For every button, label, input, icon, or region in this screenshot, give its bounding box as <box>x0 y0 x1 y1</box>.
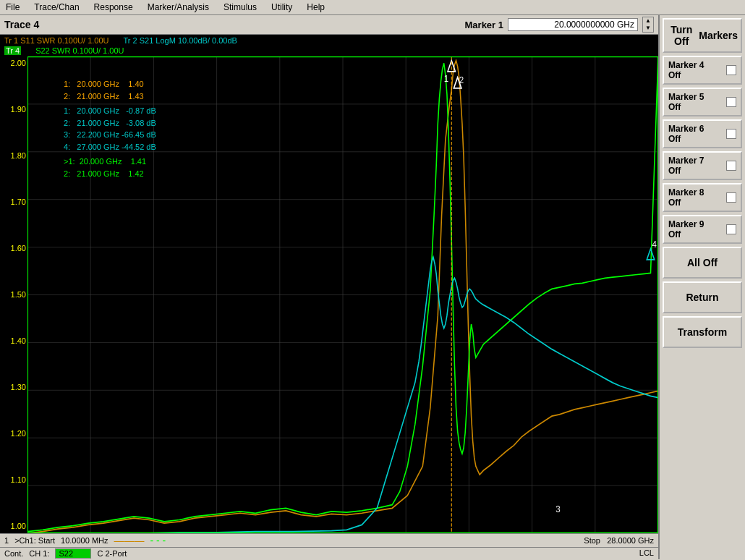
marker4-label: Marker 4Off <box>668 60 704 80</box>
trace4-color-line: - - - <box>150 535 166 546</box>
main-layout: Trace 4 Marker 1 ▲ ▼ Tr 1 S11 SWR 0.100U… <box>0 15 745 559</box>
marker7-checkbox[interactable] <box>726 161 736 171</box>
turn-off-markers-button[interactable]: Turn Off Markers <box>663 18 742 53</box>
marker-value-input[interactable] <box>508 18 638 31</box>
y-label-0: 2.00 <box>11 59 26 67</box>
cont-label: Cont. <box>4 549 23 558</box>
sidebar: Turn Off Markers Marker 4Off Marker 5Off… <box>658 15 745 559</box>
chart-svg: 1 2 3 4 <box>27 56 658 533</box>
menu-help[interactable]: Help <box>304 1 328 13</box>
marker6-label: Marker 6Off <box>668 124 704 144</box>
svg-text:3: 3 <box>555 504 561 515</box>
marker-label: Marker 1 <box>465 20 503 30</box>
trace1-info: Tr 1 S11 SWR 0.100U/ 1.00U <box>4 36 109 45</box>
all-off-button[interactable]: All Off <box>663 247 742 279</box>
marker-area: Marker 1 ▲ ▼ <box>465 17 654 33</box>
marker5-button[interactable]: Marker 5Off <box>663 88 742 116</box>
stop-label: Stop <box>584 536 600 545</box>
svg-text:1: 1 <box>444 73 449 84</box>
y-label-7: 1.30 <box>11 383 26 391</box>
chart-area: Trace 4 Marker 1 ▲ ▼ Tr 1 S11 SWR 0.100U… <box>0 15 658 559</box>
menu-response[interactable]: Response <box>91 1 136 13</box>
y-label-1: 1.90 <box>11 106 26 114</box>
y-label-2: 1.80 <box>11 152 26 160</box>
y-label-5: 1.50 <box>11 291 26 299</box>
marker6-button[interactable]: Marker 6Off <box>663 119 742 148</box>
y-label-8: 1.20 <box>11 430 26 438</box>
port-label: C 2-Port <box>97 549 127 558</box>
y-axis: 2.00 1.90 1.80 1.70 1.60 1.50 1.40 1.30 … <box>0 56 27 533</box>
chart-titlebar: Trace 4 Marker 1 ▲ ▼ <box>0 15 658 35</box>
start-freq: 10.0000 MHz <box>61 536 108 545</box>
footer-right: LCL <box>639 548 654 559</box>
svg-text:2: 2 <box>459 75 464 85</box>
trace4-label: Tr 4 <box>4 46 21 55</box>
y-label-6: 1.40 <box>11 337 26 345</box>
menu-trace-chan[interactable]: Trace/Chan <box>31 1 82 13</box>
trace4-info-bar: Tr 4 S22 SWR 0.100U/ 1.00U <box>0 46 658 56</box>
marker8-button[interactable]: Marker 8Off <box>663 183 742 212</box>
plot-container: 2.00 1.90 1.80 1.70 1.60 1.50 1.40 1.30 … <box>0 56 658 533</box>
s22-input[interactable] <box>55 548 91 559</box>
marker5-label: Marker 5Off <box>668 92 704 112</box>
marker9-checkbox[interactable] <box>726 224 736 234</box>
channel-num: 1 <box>4 536 9 545</box>
marker4-checkbox[interactable] <box>726 65 736 75</box>
svg-text:4: 4 <box>652 239 657 250</box>
marker8-checkbox[interactable] <box>726 192 736 203</box>
marker9-label: Marker 9Off <box>668 219 704 239</box>
ch1-start-label: >Ch1: Start <box>14 536 55 545</box>
trace1-color-line: ——— <box>114 535 145 546</box>
status-left: 1 >Ch1: Start 10.0000 MHz ——— - - - <box>4 535 166 546</box>
marker5-checkbox[interactable] <box>726 97 736 107</box>
chart-title: Trace 4 <box>4 19 39 30</box>
marker8-label: Marker 8Off <box>668 187 704 208</box>
marker9-button[interactable]: Marker 9Off <box>663 215 742 244</box>
status-bar: 1 >Ch1: Start 10.0000 MHz ——— - - - Stop… <box>0 533 658 547</box>
return-button[interactable]: Return <box>663 281 742 313</box>
marker-increment-btn[interactable]: ▲ <box>643 17 653 25</box>
trace2-info: Tr 2 S21 LogM 10.00dB/ 0.00dB <box>124 36 237 45</box>
marker7-button[interactable]: Marker 7Off <box>663 151 742 180</box>
marker7-label: Marker 7Off <box>668 156 704 176</box>
marker-spinners: ▲ ▼ <box>642 17 654 33</box>
menu-marker-analysis[interactable]: Marker/Analysis <box>145 1 212 13</box>
menubar: File Trace/Chan Response Marker/Analysis… <box>0 0 745 15</box>
menu-utility[interactable]: Utility <box>268 1 295 13</box>
menu-stimulus[interactable]: Stimulus <box>221 1 260 13</box>
marker-decrement-btn[interactable]: ▼ <box>643 25 653 32</box>
marker6-checkbox[interactable] <box>726 129 736 139</box>
transform-button[interactable]: Transform <box>663 316 742 348</box>
status-right: Stop 28.0000 GHz <box>584 536 654 545</box>
bottom-bar: Cont. CH 1: C 2-Port LCL <box>0 547 658 559</box>
lcl-label: LCL <box>639 548 654 557</box>
trace-info-bar: Tr 1 S11 SWR 0.100U/ 1.00U Tr 2 S21 LogM… <box>0 35 658 46</box>
plot-area: 1 2 3 4 <box>27 56 658 533</box>
y-label-3: 1.70 <box>11 198 26 206</box>
stop-freq: 28.0000 GHz <box>607 536 654 545</box>
marker4-button[interactable]: Marker 4Off <box>663 56 742 85</box>
y-label-4: 1.60 <box>11 245 26 253</box>
ch-label: CH 1: <box>29 549 49 558</box>
y-label-10: 1.00 <box>11 522 26 530</box>
footer-left: Cont. CH 1: C 2-Port <box>4 548 127 559</box>
trace4-info: S22 SWR 0.100U/ 1.00U <box>35 46 124 55</box>
menu-file[interactable]: File <box>3 1 22 13</box>
y-label-9: 1.10 <box>11 476 26 484</box>
